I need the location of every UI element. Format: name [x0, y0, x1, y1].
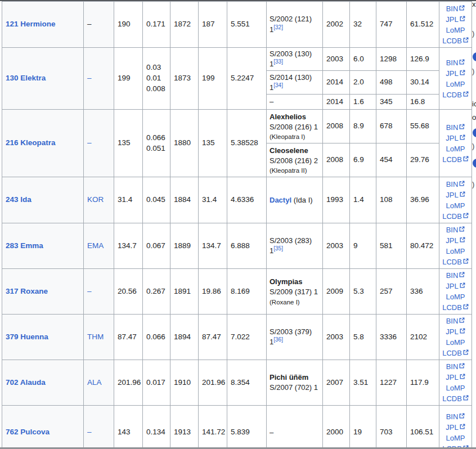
- asteroid-link[interactable]: 121 Hermione: [6, 20, 56, 28]
- jpl-link[interactable]: JPL: [446, 191, 465, 199]
- lomp-link[interactable]: LoMP: [446, 338, 465, 347]
- asteroid-link[interactable]: 702 Alauda: [6, 378, 46, 387]
- cell-family: –: [84, 406, 114, 449]
- jpl-link[interactable]: JPL: [446, 236, 465, 245]
- satellite-link[interactable]: Dactyl: [270, 196, 291, 204]
- asteroid-link[interactable]: 379 Huenna: [6, 333, 48, 341]
- asteroid-link[interactable]: 283 Emma: [6, 241, 43, 250]
- cell-diameter-secondary: 134.7: [199, 223, 227, 269]
- ratio-value: 0.045: [146, 195, 169, 205]
- jpl-link[interactable]: JPL: [446, 15, 465, 24]
- lcdb-link[interactable]: LCDB: [442, 394, 469, 403]
- bin-link[interactable]: BIN: [446, 362, 465, 371]
- cell-satellite-year: 2008: [323, 143, 350, 177]
- satellite-period: 29.76: [410, 155, 429, 164]
- cell-asteroid-name: 216 Kleopatra: [2, 110, 84, 177]
- cell-rotation-period: 8.169: [227, 269, 267, 315]
- cell-satellite-axis: 1227: [376, 360, 407, 406]
- lcdb-link[interactable]: LCDB: [442, 91, 469, 99]
- bin-link[interactable]: BIN: [446, 180, 465, 188]
- asteroid-link[interactable]: 130 Elektra: [6, 74, 46, 82]
- satellite-period: 80.472: [410, 241, 433, 250]
- lomp-link[interactable]: LoMP: [446, 145, 465, 153]
- bin-link[interactable]: BIN: [446, 317, 465, 325]
- lomp-link[interactable]: LoMP: [446, 201, 465, 210]
- cell-satellite-period: 29.76: [407, 143, 439, 177]
- family-value[interactable]: KOR: [87, 195, 104, 204]
- lcdb-link[interactable]: LCDB: [442, 349, 469, 357]
- cell-family: KOR: [84, 177, 114, 223]
- bin-link[interactable]: BIN: [446, 59, 465, 67]
- cell-satellite-year: 2014: [323, 71, 350, 95]
- cell-satellite-size: 5.8: [350, 315, 376, 360]
- cell-references: BIN JPL LoMP LCDB: [439, 360, 472, 406]
- bin-link[interactable]: BIN: [446, 412, 465, 421]
- external-link-icon: [460, 16, 465, 21]
- footnote-ref[interactable]: [33]: [273, 59, 283, 65]
- family-value[interactable]: –: [87, 74, 92, 82]
- bin-link[interactable]: BIN: [446, 226, 465, 234]
- footnote-ref[interactable]: [34]: [273, 82, 283, 88]
- period-value: 5.551: [231, 20, 250, 28]
- external-link-icon: [460, 328, 465, 334]
- cell-references: BIN JPL LoMP LCDB: [439, 223, 472, 269]
- lcdb-link[interactable]: LCDB: [442, 303, 469, 312]
- jpl-link[interactable]: JPL: [446, 282, 465, 290]
- period-value: 7.022: [231, 333, 250, 341]
- family-value[interactable]: –: [87, 138, 92, 147]
- satellite-axis: 454: [380, 155, 393, 164]
- satellite-name: Cleoselene: [270, 146, 321, 156]
- asteroid-link[interactable]: 762 Pulcova: [6, 428, 50, 436]
- cell-satellite-period: 117.9: [407, 360, 439, 406]
- asteroid-link[interactable]: 317 Roxane: [6, 287, 48, 295]
- bin-link[interactable]: BIN: [446, 271, 465, 280]
- footnote-ref[interactable]: [36]: [273, 336, 283, 343]
- bin-link[interactable]: BIN: [446, 5, 465, 13]
- cell-satellite-year: 2003: [323, 48, 350, 71]
- family-value[interactable]: –: [87, 287, 92, 295]
- jpl-link[interactable]: JPL: [446, 134, 465, 142]
- lomp-link[interactable]: LoMP: [446, 384, 465, 392]
- lcdb-link[interactable]: LCDB: [442, 37, 469, 45]
- cell-satellite-name: –: [267, 95, 323, 110]
- asteroid-link[interactable]: 243 Ida: [6, 195, 32, 204]
- satellite-axis: 345: [380, 97, 393, 106]
- external-link-icon: [459, 317, 465, 323]
- diameter2-value: 201.96: [202, 378, 225, 387]
- family-value[interactable]: EMA: [87, 241, 104, 250]
- ratio-value: 0.008: [146, 84, 169, 95]
- cell-asteroid-name: 283 Emma: [2, 223, 84, 269]
- lomp-link[interactable]: LoMP: [446, 434, 465, 442]
- family-value[interactable]: ALA: [87, 378, 102, 387]
- lomp-link[interactable]: LoMP: [446, 293, 465, 301]
- diameter-value: 190: [118, 20, 131, 28]
- jpl-link[interactable]: JPL: [446, 69, 465, 78]
- lcdb-link[interactable]: LCDB: [442, 212, 469, 221]
- external-link-icon: [463, 213, 469, 218]
- satellite-designation: S/2002 (121): [270, 14, 321, 24]
- ratio-value: 0.03: [146, 62, 169, 73]
- satellite-designation: –: [270, 428, 273, 437]
- lomp-link[interactable]: LoMP: [446, 26, 465, 34]
- edge-text-fragment: ): [472, 142, 474, 150]
- family-value[interactable]: THM: [87, 333, 104, 341]
- cell-diameter-secondary: 19.86: [199, 269, 227, 315]
- asteroid-link[interactable]: 216 Kleopatra: [6, 138, 56, 147]
- bin-link[interactable]: BIN: [446, 123, 465, 132]
- footnote-ref[interactable]: [35]: [273, 245, 283, 252]
- lcdb-link[interactable]: LCDB: [442, 258, 469, 266]
- lomp-link[interactable]: LoMP: [446, 80, 465, 88]
- external-link-icon: [459, 5, 465, 11]
- family-value[interactable]: –: [87, 428, 92, 436]
- edge-text-fragment: ic: [472, 100, 476, 108]
- jpl-link[interactable]: JPL: [446, 373, 465, 381]
- jpl-link[interactable]: JPL: [446, 423, 465, 432]
- cell-discovery-year: 1913: [170, 406, 199, 449]
- jpl-link[interactable]: JPL: [446, 327, 465, 336]
- lomp-link[interactable]: LoMP: [446, 247, 465, 255]
- lcdb-link[interactable]: LCDB: [442, 155, 469, 164]
- footnote-ref[interactable]: [32]: [273, 24, 283, 30]
- cell-satellite-period: 30.14: [407, 71, 439, 95]
- cell-satellite-size: 6.9: [350, 143, 376, 177]
- diameter-value: 143: [118, 428, 131, 436]
